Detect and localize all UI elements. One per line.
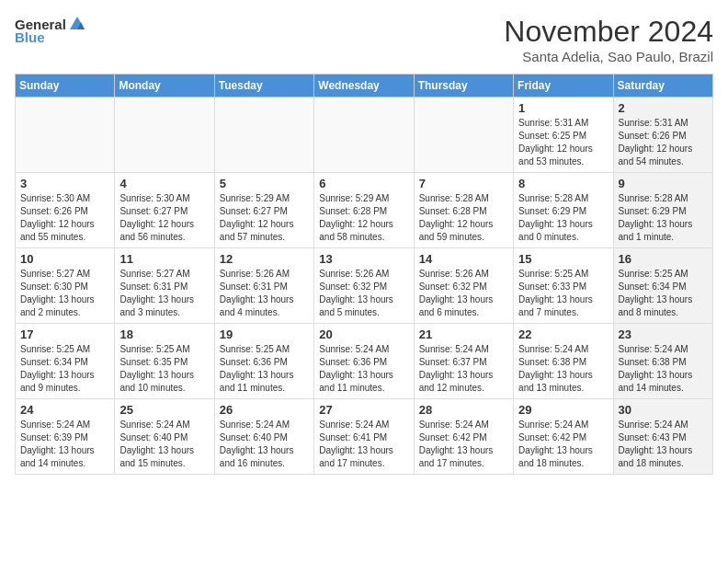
calendar-cell: 27Sunrise: 5:24 AM Sunset: 6:41 PM Dayli…	[314, 399, 414, 475]
day-info: Sunrise: 5:29 AM Sunset: 6:28 PM Dayligh…	[319, 192, 408, 244]
day-info: Sunrise: 5:24 AM Sunset: 6:40 PM Dayligh…	[220, 419, 309, 470]
calendar-week-row: 1Sunrise: 5:31 AM Sunset: 6:25 PM Daylig…	[16, 98, 713, 173]
weekday-header-wednesday: Wednesday	[314, 75, 414, 98]
day-info: Sunrise: 5:26 AM Sunset: 6:32 PM Dayligh…	[319, 268, 408, 319]
day-number: 29	[518, 403, 608, 417]
calendar-cell: 15Sunrise: 5:25 AM Sunset: 6:33 PM Dayli…	[514, 248, 613, 324]
calendar-cell: 29Sunrise: 5:24 AM Sunset: 6:42 PM Dayli…	[514, 399, 613, 475]
day-number: 15	[518, 252, 608, 266]
day-number: 21	[419, 327, 508, 341]
day-number: 5	[220, 177, 309, 190]
weekday-header-tuesday: Tuesday	[214, 75, 313, 98]
day-info: Sunrise: 5:24 AM Sunset: 6:42 PM Dayligh…	[518, 419, 608, 470]
day-number: 9	[619, 177, 708, 190]
day-info: Sunrise: 5:24 AM Sunset: 6:43 PM Dayligh…	[619, 419, 708, 470]
logo: General Blue	[15, 15, 86, 45]
calendar-cell: 7Sunrise: 5:28 AM Sunset: 6:28 PM Daylig…	[414, 173, 513, 248]
day-info: Sunrise: 5:24 AM Sunset: 6:41 PM Dayligh…	[319, 419, 408, 470]
day-info: Sunrise: 5:31 AM Sunset: 6:25 PM Dayligh…	[518, 117, 608, 168]
day-number: 12	[220, 252, 309, 266]
day-number: 24	[20, 403, 109, 417]
calendar-week-row: 3Sunrise: 5:30 AM Sunset: 6:26 PM Daylig…	[16, 173, 713, 248]
calendar-cell: 14Sunrise: 5:26 AM Sunset: 6:32 PM Dayli…	[414, 248, 513, 324]
calendar-cell: 1Sunrise: 5:31 AM Sunset: 6:25 PM Daylig…	[514, 98, 613, 173]
day-number: 20	[319, 327, 408, 341]
day-info: Sunrise: 5:24 AM Sunset: 6:42 PM Dayligh…	[419, 419, 508, 470]
day-info: Sunrise: 5:26 AM Sunset: 6:32 PM Dayligh…	[419, 268, 508, 319]
calendar-cell: 11Sunrise: 5:27 AM Sunset: 6:31 PM Dayli…	[115, 248, 214, 324]
month-title: November 2024	[504, 15, 713, 49]
calendar-cell	[314, 98, 414, 173]
calendar-cell: 10Sunrise: 5:27 AM Sunset: 6:30 PM Dayli…	[16, 248, 115, 324]
day-number: 14	[419, 252, 508, 266]
day-info: Sunrise: 5:25 AM Sunset: 6:34 PM Dayligh…	[20, 343, 109, 395]
page-header: General Blue November 2024 Santa Adelia,…	[15, 15, 713, 64]
weekday-header-row: SundayMondayTuesdayWednesdayThursdayFrid…	[16, 75, 713, 98]
weekday-header-monday: Monday	[115, 75, 214, 98]
day-number: 4	[119, 177, 209, 190]
calendar-cell: 20Sunrise: 5:24 AM Sunset: 6:36 PM Dayli…	[314, 324, 414, 399]
day-number: 10	[20, 252, 109, 266]
calendar-cell: 17Sunrise: 5:25 AM Sunset: 6:34 PM Dayli…	[16, 324, 115, 399]
calendar-cell: 19Sunrise: 5:25 AM Sunset: 6:36 PM Dayli…	[214, 324, 313, 399]
day-number: 6	[319, 177, 408, 190]
calendar-cell: 28Sunrise: 5:24 AM Sunset: 6:42 PM Dayli…	[414, 399, 513, 475]
day-info: Sunrise: 5:28 AM Sunset: 6:29 PM Dayligh…	[518, 192, 608, 244]
day-number: 2	[619, 101, 708, 115]
calendar-cell: 9Sunrise: 5:28 AM Sunset: 6:29 PM Daylig…	[613, 173, 712, 248]
day-info: Sunrise: 5:25 AM Sunset: 6:34 PM Dayligh…	[619, 268, 708, 319]
day-info: Sunrise: 5:27 AM Sunset: 6:30 PM Dayligh…	[20, 268, 109, 319]
calendar-cell: 21Sunrise: 5:24 AM Sunset: 6:37 PM Dayli…	[414, 324, 513, 399]
day-number: 13	[319, 252, 408, 266]
calendar-cell: 12Sunrise: 5:26 AM Sunset: 6:31 PM Dayli…	[214, 248, 313, 324]
calendar-cell	[115, 98, 214, 173]
day-info: Sunrise: 5:24 AM Sunset: 6:37 PM Dayligh…	[419, 343, 508, 395]
day-info: Sunrise: 5:27 AM Sunset: 6:31 PM Dayligh…	[119, 268, 209, 319]
weekday-header-friday: Friday	[514, 75, 613, 98]
day-number: 25	[119, 403, 209, 417]
calendar-cell: 8Sunrise: 5:28 AM Sunset: 6:29 PM Daylig…	[514, 173, 613, 248]
title-area: November 2024 Santa Adelia, Sao Paulo, B…	[504, 15, 713, 64]
weekday-header-sunday: Sunday	[16, 75, 115, 98]
calendar-cell: 4Sunrise: 5:30 AM Sunset: 6:27 PM Daylig…	[115, 173, 214, 248]
calendar-cell: 3Sunrise: 5:30 AM Sunset: 6:26 PM Daylig…	[16, 173, 115, 248]
day-number: 7	[419, 177, 508, 190]
day-info: Sunrise: 5:24 AM Sunset: 6:36 PM Dayligh…	[319, 343, 408, 395]
day-number: 11	[119, 252, 209, 266]
calendar-cell: 6Sunrise: 5:29 AM Sunset: 6:28 PM Daylig…	[314, 173, 414, 248]
calendar-cell: 23Sunrise: 5:24 AM Sunset: 6:38 PM Dayli…	[613, 324, 712, 399]
calendar-cell: 16Sunrise: 5:25 AM Sunset: 6:34 PM Dayli…	[613, 248, 712, 324]
day-info: Sunrise: 5:28 AM Sunset: 6:28 PM Dayligh…	[419, 192, 508, 244]
calendar-cell	[214, 98, 313, 173]
logo-icon	[68, 15, 86, 33]
calendar-cell: 26Sunrise: 5:24 AM Sunset: 6:40 PM Dayli…	[214, 399, 313, 475]
calendar-cell	[414, 98, 513, 173]
calendar-cell: 25Sunrise: 5:24 AM Sunset: 6:40 PM Dayli…	[115, 399, 214, 475]
calendar-cell	[16, 98, 115, 173]
day-info: Sunrise: 5:31 AM Sunset: 6:26 PM Dayligh…	[619, 117, 708, 168]
day-number: 1	[518, 101, 608, 115]
day-info: Sunrise: 5:24 AM Sunset: 6:39 PM Dayligh…	[20, 419, 109, 470]
calendar-cell: 24Sunrise: 5:24 AM Sunset: 6:39 PM Dayli…	[16, 399, 115, 475]
weekday-header-saturday: Saturday	[613, 75, 712, 98]
calendar-cell: 18Sunrise: 5:25 AM Sunset: 6:35 PM Dayli…	[115, 324, 214, 399]
day-info: Sunrise: 5:25 AM Sunset: 6:36 PM Dayligh…	[220, 343, 309, 395]
day-info: Sunrise: 5:30 AM Sunset: 6:27 PM Dayligh…	[119, 192, 209, 244]
day-info: Sunrise: 5:25 AM Sunset: 6:35 PM Dayligh…	[119, 343, 209, 395]
day-number: 30	[619, 403, 708, 417]
day-number: 16	[619, 252, 708, 266]
day-info: Sunrise: 5:24 AM Sunset: 6:38 PM Dayligh…	[619, 343, 708, 395]
day-number: 3	[20, 177, 109, 190]
day-number: 23	[619, 327, 708, 341]
calendar-cell: 30Sunrise: 5:24 AM Sunset: 6:43 PM Dayli…	[613, 399, 712, 475]
day-info: Sunrise: 5:24 AM Sunset: 6:40 PM Dayligh…	[119, 419, 209, 470]
day-info: Sunrise: 5:29 AM Sunset: 6:27 PM Dayligh…	[220, 192, 309, 244]
day-number: 27	[319, 403, 408, 417]
weekday-header-thursday: Thursday	[414, 75, 513, 98]
day-number: 19	[220, 327, 309, 341]
calendar-cell: 2Sunrise: 5:31 AM Sunset: 6:26 PM Daylig…	[613, 98, 712, 173]
calendar-cell: 5Sunrise: 5:29 AM Sunset: 6:27 PM Daylig…	[214, 173, 313, 248]
day-number: 8	[518, 177, 608, 190]
day-number: 17	[20, 327, 109, 341]
calendar-week-row: 17Sunrise: 5:25 AM Sunset: 6:34 PM Dayli…	[16, 324, 713, 399]
